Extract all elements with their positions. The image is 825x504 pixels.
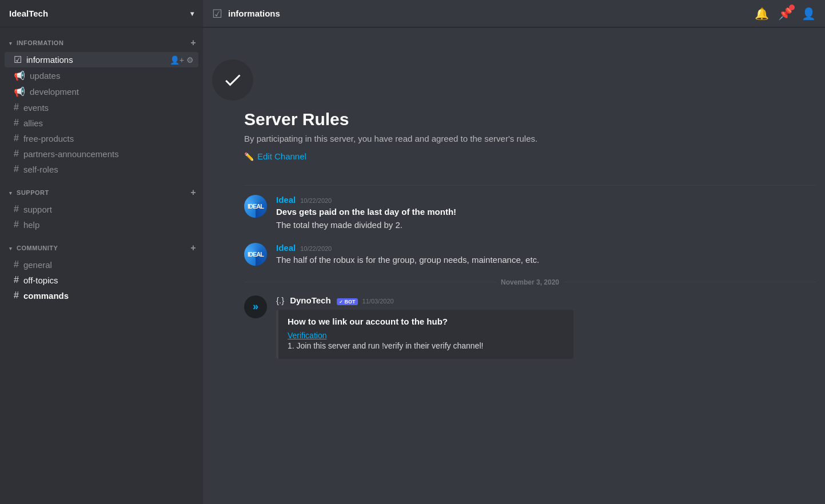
message-timestamp-1: 10/22/2020 [300, 197, 332, 204]
text-icon-commands: # [14, 290, 19, 301]
date-divider-text: November 3, 2020 [501, 278, 559, 286]
text-icon-self-roles: # [14, 164, 19, 174]
server-chevron: ▾ [190, 10, 194, 18]
main-content: ☑ informations 🔔 📌 👤 Server Rules By par… [203, 0, 825, 504]
message-group-1: IDEAL Ideal 10/22/2020 Devs gets paid on… [244, 195, 816, 231]
text-icon-general: # [14, 259, 19, 270]
channel-header-section: Server Rules By participating in this se… [244, 37, 816, 176]
topbar-channel-name: informations [228, 9, 280, 18]
message-header-1: Ideal 10/22/2020 [276, 195, 816, 205]
channel-item-self-roles[interactable]: # self-roles [5, 162, 198, 177]
message-text-2: The half of the robux is for the group, … [276, 254, 816, 267]
category-community[interactable]: ▾ COMMUNITY + [0, 233, 203, 257]
bot-badge-check-icon: ✓ [339, 299, 343, 305]
message-group-bot: » {.} DynoTech ✓ BOT 11/03/2020 How to w… [244, 295, 816, 359]
settings-icon[interactable]: ⚙ [186, 55, 194, 65]
sidebar: IdealTech ▾ ▾ INFORMATION + ☑ informatio… [0, 0, 203, 504]
category-chevron-information: ▾ [9, 41, 13, 46]
message-content-bot: {.} DynoTech ✓ BOT 11/03/2020 How to we … [276, 295, 816, 359]
text-icon-off-topics: # [14, 275, 19, 285]
channel-item-informations[interactable]: ☑ informations 👤+ ⚙ [5, 52, 198, 67]
channel-item-support[interactable]: # support [5, 202, 198, 217]
avatar-ideal-2: IDEAL [244, 243, 267, 266]
embed-title: How to we link our account to the hub? [288, 317, 564, 326]
top-bar: ☑ informations 🔔 📌 👤 [203, 0, 825, 27]
channel-item-free-products[interactable]: # free-products [5, 131, 198, 146]
category-information[interactable]: ▾ INFORMATION + [0, 27, 203, 51]
bot-badge: ✓ BOT [337, 298, 358, 305]
message-content-1: Ideal 10/22/2020 Devs gets paid on the l… [276, 195, 816, 231]
notification-badge [789, 5, 795, 10]
channel-name-partners-announcements: partners-announcements [23, 149, 194, 159]
embed: How to we link our account to the hub? V… [276, 310, 573, 359]
message-author-bot: DynoTech [290, 295, 330, 305]
top-bar-left: ☑ informations [212, 7, 280, 21]
embed-link[interactable]: Verification [288, 331, 564, 340]
category-chevron-support: ▾ [9, 190, 13, 196]
server-header[interactable]: IdealTech ▾ [0, 0, 203, 27]
channel-name-support: support [23, 205, 194, 214]
embed-body: 1. Join this server and run !verify in t… [288, 340, 564, 352]
category-label-support: SUPPORT [17, 189, 49, 196]
channel-item-partners-announcements[interactable]: # partners-announcements [5, 146, 198, 161]
message-author-2: Ideal [276, 243, 296, 253]
channel-item-general[interactable]: # general [5, 257, 198, 272]
category-chevron-community: ▾ [9, 246, 13, 251]
channel-list: ▾ INFORMATION + ☑ informations 👤+ ⚙ 📢 up… [0, 27, 203, 504]
channel-item-development[interactable]: 📢 development [5, 84, 198, 99]
message-author-1: Ideal [276, 195, 296, 205]
checkmark-icon [222, 70, 243, 90]
text-icon-help: # [14, 219, 19, 230]
category-label-information: INFORMATION [17, 39, 63, 46]
channel-name-development: development [30, 87, 194, 97]
category-label-community: COMMUNITY [17, 245, 58, 251]
pencil-icon: ✏️ [244, 152, 254, 161]
message-timestamp-2: 10/22/2020 [300, 245, 332, 252]
channel-item-allies[interactable]: # allies [5, 115, 198, 130]
add-member-icon[interactable]: 👤+ [170, 55, 184, 65]
edit-channel-button[interactable]: ✏️ Edit Channel [244, 150, 306, 162]
channel-name-help: help [23, 220, 194, 230]
members-icon[interactable]: 👤 [802, 7, 816, 21]
add-channel-support[interactable]: + [188, 186, 198, 199]
channel-name-commands: commands [23, 291, 194, 301]
channel-item-commands[interactable]: # commands [5, 288, 198, 303]
category-support[interactable]: ▾ SUPPORT + [0, 177, 203, 201]
channel-avatar [212, 59, 253, 101]
channel-name-updates: updates [30, 71, 194, 81]
bot-badge-label: BOT [345, 299, 356, 305]
channel-name-events: events [23, 103, 194, 113]
channel-description: By participating in this server, you hav… [244, 134, 537, 143]
top-bar-right: 🔔 📌 👤 [755, 7, 816, 21]
message-body-1: The total they made divided by 2. [276, 220, 402, 230]
channel-item-events[interactable]: # events [5, 100, 198, 115]
channel-name-free-products: free-products [23, 134, 194, 143]
add-channel-information[interactable]: + [188, 37, 198, 49]
text-icon-free-products: # [14, 133, 19, 143]
channel-title: Server Rules [244, 110, 349, 129]
channel-item-help[interactable]: # help [5, 217, 198, 232]
channel-name-self-roles: self-roles [23, 165, 194, 174]
message-header-2: Ideal 10/22/2020 [276, 243, 816, 253]
channel-item-updates[interactable]: 📢 updates [5, 68, 198, 83]
bell-icon[interactable]: 🔔 [755, 7, 769, 21]
text-icon-allies: # [14, 118, 19, 128]
channel-item-off-topics[interactable]: # off-topics [5, 273, 198, 287]
channel-name-general: general [23, 260, 194, 270]
rules-icon: ☑ [14, 54, 22, 65]
channel-divider [244, 185, 816, 186]
chat-area: Server Rules By participating in this se… [203, 27, 825, 504]
message-header-bot: {.} DynoTech ✓ BOT 11/03/2020 [276, 295, 816, 306]
message-bold-1: Devs gets paid on the last day of the mo… [276, 207, 456, 217]
add-channel-community[interactable]: + [188, 242, 198, 254]
message-group-2: IDEAL Ideal 10/22/2020 The half of the r… [244, 243, 816, 267]
message-content-2: Ideal 10/22/2020 The half of the robux i… [276, 243, 816, 267]
edit-channel-label: Edit Channel [257, 151, 306, 161]
server-name: IdealTech [9, 9, 48, 18]
dyno-icon: » [253, 301, 258, 313]
dyno-braces: {.} [276, 295, 284, 305]
announcement-icon-updates: 📢 [14, 70, 25, 81]
pin-icon[interactable]: 📌 [778, 7, 792, 21]
channel-name-off-topics: off-topics [23, 275, 194, 285]
message-text-1: Devs gets paid on the last day of the mo… [276, 206, 816, 231]
